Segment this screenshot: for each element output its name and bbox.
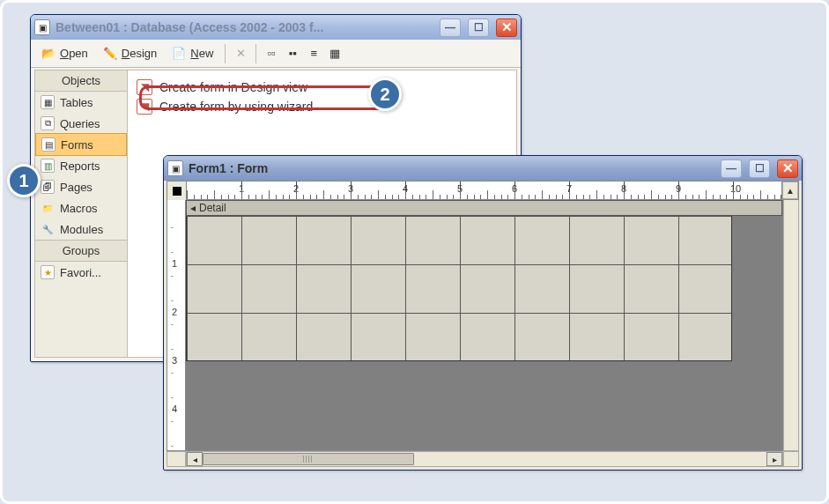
- pages-icon: 🗐: [41, 180, 55, 194]
- horizontal-ruler[interactable]: 1234567891011: [187, 182, 782, 199]
- nav-forms[interactable]: ▤Forms: [35, 133, 127, 156]
- db-titlebar[interactable]: ▣ Between01 : Database (Access 2002 - 20…: [31, 15, 521, 40]
- design-grid[interactable]: [186, 216, 732, 361]
- new-button[interactable]: 📄 New: [167, 44, 218, 63]
- objects-header: Objects: [35, 70, 127, 92]
- form-design-surface[interactable]: ◂ Detail: [186, 200, 783, 451]
- horizontal-scrollbar[interactable]: ◂ ▸: [186, 451, 783, 467]
- queries-icon: ⧉: [41, 116, 55, 130]
- new-icon: 📄: [171, 46, 187, 62]
- nav-tables[interactable]: ▦Tables: [35, 92, 127, 113]
- vertical-scrollbar[interactable]: [783, 200, 799, 451]
- favorites-icon: ★: [41, 265, 55, 279]
- scrollbar-sizegrip: [783, 451, 799, 467]
- groups-header: Groups: [35, 240, 127, 262]
- close-button[interactable]: ✕: [496, 19, 517, 37]
- horizontal-ruler-row: 1234567891011 ▲: [167, 181, 799, 200]
- nav-macros[interactable]: 📁Macros: [35, 197, 127, 219]
- list-item[interactable]: ◥Create form by using wizard: [137, 97, 507, 116]
- design-button[interactable]: ✏️ Design: [98, 44, 161, 63]
- callout-1: 1: [7, 164, 41, 197]
- design-view-icon: ◥: [137, 79, 152, 95]
- form-title: Form1 : Form: [189, 161, 714, 175]
- db-toolbar: 📂 Open ✏️ Design 📄 New ✕ ▫▫ ▪▪ ≡ ▦: [31, 40, 521, 68]
- nav-modules[interactable]: 🔧Modules: [35, 219, 127, 240]
- large-icons-view[interactable]: ▫▫: [263, 46, 279, 62]
- forms-icon: ▤: [41, 137, 56, 152]
- wizard-icon: ◥: [137, 99, 152, 115]
- form-close-button[interactable]: ✕: [777, 159, 798, 178]
- details-view[interactable]: ▦: [327, 46, 343, 62]
- modules-icon: 🔧: [41, 222, 55, 236]
- nav-favorites[interactable]: ★Favori...: [35, 262, 127, 283]
- detail-section-header[interactable]: ◂ Detail: [186, 200, 782, 216]
- design-icon: ✏️: [102, 46, 118, 62]
- scroll-left-button[interactable]: ◂: [187, 452, 203, 466]
- form-maximize-button[interactable]: ☐: [749, 159, 770, 178]
- reports-icon: ▥: [41, 159, 55, 173]
- form-titlebar[interactable]: ▣ Form1 : Form — ☐ ✕: [164, 156, 802, 181]
- section-arrow-icon: ◂: [190, 202, 196, 214]
- form-design-window: ▣ Form1 : Form — ☐ ✕ 1234567891011 ▲ 123…: [163, 155, 803, 471]
- delete-icon: ✕: [233, 46, 248, 62]
- form-minimize-button[interactable]: —: [721, 159, 742, 178]
- nav-reports[interactable]: ▥Reports: [35, 155, 127, 176]
- minimize-button[interactable]: —: [440, 19, 461, 37]
- vertical-ruler[interactable]: 1234-----------: [167, 200, 186, 451]
- db-title: Between01 : Database (Access 2002 - 2003…: [56, 20, 433, 34]
- small-icons-view[interactable]: ▪▪: [285, 46, 300, 62]
- list-item[interactable]: ◥Create form in Design view: [137, 78, 507, 97]
- scroll-up-button[interactable]: ▲: [782, 182, 798, 199]
- tables-icon: ▦: [41, 95, 55, 109]
- callout-2: 2: [368, 78, 402, 111]
- nav-queries[interactable]: ⧉Queries: [35, 113, 127, 134]
- list-view[interactable]: ≡: [306, 46, 322, 62]
- form-icon: ▣: [167, 160, 183, 176]
- scroll-corner: [167, 451, 186, 467]
- scroll-right-button[interactable]: ▸: [766, 452, 782, 466]
- app-icon: ▣: [34, 19, 50, 35]
- horizontal-scrollbar-row: ◂ ▸: [167, 451, 799, 467]
- maximize-button[interactable]: ☐: [468, 19, 489, 37]
- nav-pages[interactable]: 🗐Pages: [35, 176, 127, 197]
- macros-icon: 📁: [41, 201, 55, 215]
- ruler-corner-selector[interactable]: [167, 182, 187, 201]
- open-button[interactable]: 📂 Open: [36, 44, 93, 63]
- scrollbar-thumb[interactable]: [203, 453, 414, 465]
- open-icon: 📂: [41, 46, 56, 62]
- objects-nav-panel: Objects ▦Tables ⧉Queries ▤Forms ▥Reports…: [34, 70, 128, 358]
